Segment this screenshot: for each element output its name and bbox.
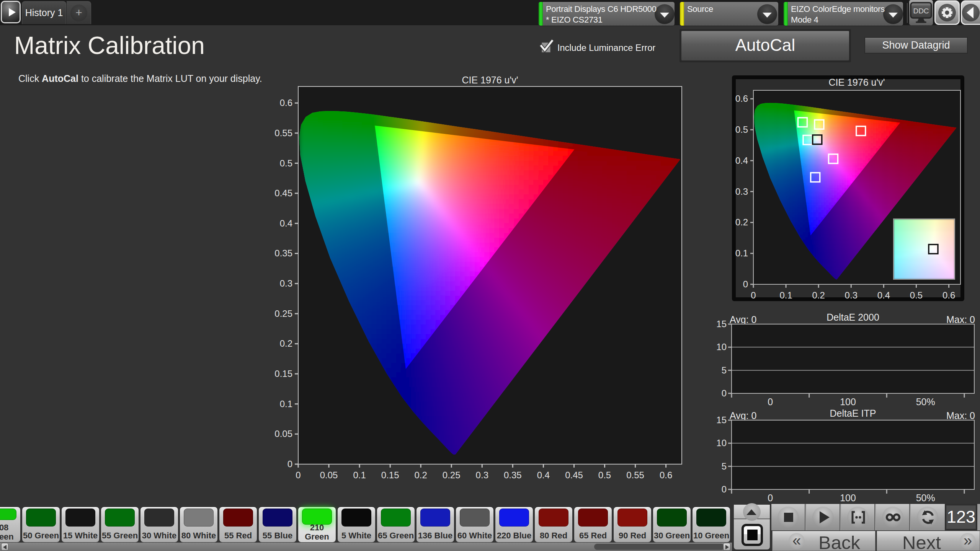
svg-text:Max: 0: Max: 0 bbox=[946, 314, 975, 325]
svg-text:0: 0 bbox=[722, 484, 727, 494]
svg-text:Max: 0: Max: 0 bbox=[946, 410, 975, 421]
svg-text:Avg: 0: Avg: 0 bbox=[730, 314, 756, 325]
svg-text:0: 0 bbox=[768, 396, 773, 407]
svg-text:0: 0 bbox=[751, 290, 756, 300]
svg-text:0.1: 0.1 bbox=[735, 248, 748, 258]
svg-text:0.5: 0.5 bbox=[280, 158, 292, 168]
svg-text:0.25: 0.25 bbox=[274, 308, 292, 319]
svg-text:0.35: 0.35 bbox=[274, 248, 292, 258]
svg-text:Avg: 0: Avg: 0 bbox=[730, 410, 756, 421]
svg-text:0.3: 0.3 bbox=[476, 470, 488, 480]
svg-text:0.1: 0.1 bbox=[779, 290, 792, 300]
svg-text:0: 0 bbox=[296, 470, 301, 480]
svg-text:0.3: 0.3 bbox=[280, 278, 292, 289]
svg-text:0.3: 0.3 bbox=[845, 290, 858, 300]
svg-text:50%: 50% bbox=[916, 492, 935, 503]
svg-text:100: 100 bbox=[840, 396, 856, 407]
svg-text:CIE 1976 u'v': CIE 1976 u'v' bbox=[462, 75, 518, 85]
svg-text:0.6: 0.6 bbox=[280, 98, 292, 108]
svg-text:0.3: 0.3 bbox=[735, 186, 748, 197]
svg-text:0: 0 bbox=[722, 388, 727, 398]
svg-text:0.2: 0.2 bbox=[812, 290, 825, 300]
svg-text:100: 100 bbox=[840, 492, 856, 503]
svg-text:0.35: 0.35 bbox=[504, 470, 522, 480]
svg-text:0: 0 bbox=[287, 459, 292, 469]
svg-text:0.6: 0.6 bbox=[660, 470, 672, 480]
svg-text:0.45: 0.45 bbox=[565, 470, 583, 480]
svg-text:0.1: 0.1 bbox=[353, 470, 366, 480]
svg-text:0.2: 0.2 bbox=[735, 217, 748, 227]
svg-text:0.45: 0.45 bbox=[274, 188, 292, 198]
svg-text:0: 0 bbox=[768, 492, 773, 503]
svg-text:DeltaE 2000: DeltaE 2000 bbox=[826, 312, 879, 323]
svg-text:CIE 1976 u'v': CIE 1976 u'v' bbox=[828, 77, 885, 88]
svg-text:5: 5 bbox=[722, 461, 727, 471]
svg-text:0.6: 0.6 bbox=[942, 290, 955, 300]
svg-text:0.4: 0.4 bbox=[537, 470, 550, 480]
svg-text:0.1: 0.1 bbox=[280, 399, 292, 409]
svg-text:0.15: 0.15 bbox=[274, 368, 292, 379]
svg-text:0.5: 0.5 bbox=[910, 290, 923, 300]
svg-text:0.2: 0.2 bbox=[415, 470, 427, 480]
svg-text:0.05: 0.05 bbox=[320, 470, 338, 480]
svg-text:0.4: 0.4 bbox=[280, 218, 292, 228]
svg-text:0.2: 0.2 bbox=[280, 338, 292, 349]
svg-text:0.4: 0.4 bbox=[735, 155, 748, 166]
svg-text:0.5: 0.5 bbox=[598, 470, 611, 480]
svg-text:10: 10 bbox=[716, 342, 727, 352]
svg-text:15: 15 bbox=[716, 415, 727, 425]
svg-text:0.55: 0.55 bbox=[274, 128, 292, 138]
svg-text:0.6: 0.6 bbox=[735, 93, 748, 104]
svg-text:0: 0 bbox=[743, 279, 748, 289]
svg-text:0.4: 0.4 bbox=[877, 290, 890, 300]
svg-text:DeltaE ITP: DeltaE ITP bbox=[830, 408, 876, 419]
svg-text:10: 10 bbox=[716, 438, 727, 448]
svg-text:0.15: 0.15 bbox=[381, 470, 399, 480]
svg-text:15: 15 bbox=[716, 319, 727, 329]
svg-text:0.25: 0.25 bbox=[443, 470, 461, 480]
svg-text:5: 5 bbox=[722, 365, 727, 375]
svg-text:0.55: 0.55 bbox=[626, 470, 644, 480]
svg-text:0.5: 0.5 bbox=[735, 124, 748, 135]
svg-text:0.05: 0.05 bbox=[274, 429, 292, 439]
svg-text:50%: 50% bbox=[916, 396, 935, 407]
